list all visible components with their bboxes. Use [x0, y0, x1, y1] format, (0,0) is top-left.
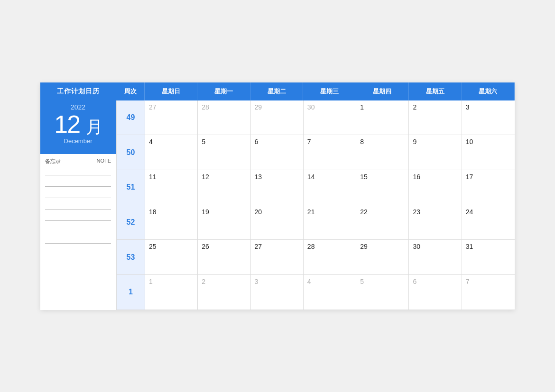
day-cell[interactable]: 15	[356, 170, 409, 205]
week-row: 11234567	[117, 275, 515, 310]
day-cell[interactable]: 14	[304, 170, 356, 205]
calendar-main: 周次星期日星期一星期二星期三星期四星期五星期六 4927282930123504…	[116, 82, 515, 310]
day-number: 26	[202, 243, 246, 250]
day-number: 7	[466, 278, 511, 285]
day-number: 29	[255, 103, 299, 111]
day-cell[interactable]: 4	[145, 135, 198, 170]
day-number: 22	[360, 208, 405, 216]
day-cell[interactable]: 2	[409, 100, 462, 135]
day-cell[interactable]: 6	[409, 275, 462, 310]
day-cell[interactable]: 28	[198, 100, 250, 135]
day-cell[interactable]: 7	[462, 275, 515, 310]
week-row: 5218192021222324	[117, 205, 515, 240]
day-cell[interactable]: 5	[198, 135, 250, 170]
day-cell[interactable]: 1	[356, 100, 409, 135]
day-number: 27	[149, 103, 194, 111]
day-cell[interactable]: 30	[409, 240, 462, 274]
day-number: 7	[307, 138, 352, 146]
day-cell[interactable]: 9	[409, 135, 462, 170]
day-cell[interactable]: 13	[251, 170, 304, 205]
day-cell[interactable]: 26	[198, 240, 250, 274]
notes-header: 备忘录 NOTE	[45, 158, 111, 165]
day-cell[interactable]: 25	[145, 240, 198, 274]
day-number: 10	[466, 138, 511, 146]
calendar-body: 4927282930123504567891051111213141516175…	[116, 100, 515, 310]
weekday-header: 星期二	[250, 82, 303, 100]
weekday-header: 星期六	[462, 82, 515, 100]
week-row: 4927282930123	[117, 100, 515, 136]
day-cell[interactable]: 12	[198, 170, 250, 205]
day-number: 1	[360, 103, 405, 111]
notes-label: 备忘录	[45, 158, 61, 165]
day-number: 5	[360, 278, 405, 285]
day-number: 5	[202, 138, 246, 146]
sidebar-month-zh: 月	[86, 117, 102, 137]
day-cell[interactable]: 3	[462, 100, 515, 135]
sidebar-notes: 备忘录 NOTE	[40, 154, 116, 310]
day-number: 8	[360, 138, 405, 146]
day-cell[interactable]: 17	[462, 170, 515, 205]
day-number: 3	[466, 103, 511, 111]
notes-note: NOTE	[96, 158, 111, 165]
day-number: 24	[466, 208, 511, 216]
day-cell[interactable]: 21	[304, 205, 356, 240]
sidebar-month-en: December	[40, 137, 116, 147]
day-cell[interactable]: 29	[356, 240, 409, 274]
day-cell[interactable]: 3	[251, 275, 304, 310]
weekday-header: 星期四	[356, 82, 409, 100]
day-number: 21	[307, 208, 352, 216]
week-num-header: 周次	[116, 82, 145, 100]
week-number: 49	[117, 100, 145, 135]
day-cell[interactable]: 19	[198, 205, 250, 240]
weekday-header: 星期三	[303, 82, 356, 100]
day-number: 23	[413, 208, 457, 216]
week-row: 5111121314151617	[117, 170, 515, 205]
day-number: 28	[307, 243, 352, 250]
day-cell[interactable]: 6	[251, 135, 304, 170]
day-number: 9	[413, 138, 457, 146]
day-cell[interactable]: 28	[304, 240, 356, 274]
day-number: 17	[466, 173, 511, 181]
week-number: 50	[117, 135, 145, 170]
day-number: 29	[360, 243, 405, 250]
note-line	[45, 237, 111, 244]
sidebar-month-num: 12	[54, 110, 80, 138]
day-number: 18	[149, 208, 194, 216]
day-number: 4	[149, 138, 194, 146]
day-cell[interactable]: 4	[304, 275, 356, 310]
day-cell[interactable]: 22	[356, 205, 409, 240]
day-cell[interactable]: 16	[409, 170, 462, 205]
day-number: 31	[466, 243, 511, 250]
note-line	[45, 191, 111, 198]
day-cell[interactable]: 24	[462, 205, 515, 240]
day-cell[interactable]: 31	[462, 240, 515, 274]
day-number: 20	[255, 208, 299, 216]
day-number: 13	[255, 173, 299, 181]
day-cell[interactable]: 18	[145, 205, 198, 240]
note-line	[45, 214, 111, 221]
day-cell[interactable]: 11	[145, 170, 198, 205]
day-cell[interactable]: 7	[304, 135, 356, 170]
day-cell[interactable]: 30	[304, 100, 356, 135]
day-cell[interactable]: 27	[251, 240, 304, 274]
day-cell[interactable]: 20	[251, 205, 304, 240]
day-cell[interactable]: 8	[356, 135, 409, 170]
week-row: 5045678910	[117, 135, 515, 170]
day-cell[interactable]: 2	[198, 275, 250, 310]
week-row: 5325262728293031	[117, 240, 515, 275]
weekday-header: 星期日	[145, 82, 197, 100]
day-cell[interactable]: 27	[145, 100, 198, 135]
day-number: 2	[202, 278, 246, 285]
weekday-header: 星期一	[197, 82, 250, 100]
day-number: 2	[413, 103, 457, 111]
day-number: 14	[307, 173, 352, 181]
day-cell[interactable]: 10	[462, 135, 515, 170]
day-cell[interactable]: 23	[409, 205, 462, 240]
week-number: 53	[117, 240, 145, 274]
day-cell[interactable]: 1	[145, 275, 198, 310]
weekday-header: 星期五	[409, 82, 462, 100]
day-cell[interactable]: 5	[356, 275, 409, 310]
sidebar-date-box: 2022 12 月 December	[40, 100, 116, 154]
week-number: 51	[117, 170, 145, 205]
day-cell[interactable]: 29	[251, 100, 304, 135]
